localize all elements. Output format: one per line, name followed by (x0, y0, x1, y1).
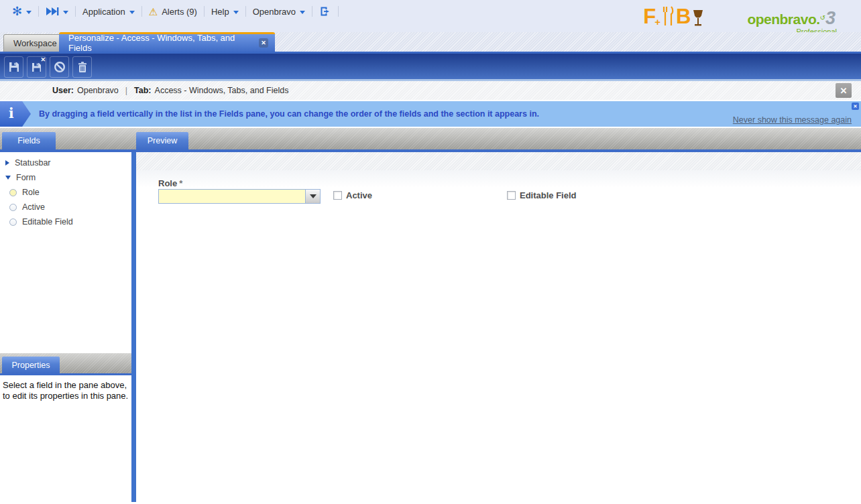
delete-button[interactable] (72, 56, 92, 78)
tree-item-label: Form (16, 173, 36, 182)
field-dot-icon (9, 204, 17, 211)
preview-form: Role* Active Editable Field (136, 170, 861, 502)
tree-item-label: Editable Field (22, 217, 73, 227)
tab-close-icon[interactable]: ✕ (259, 38, 268, 48)
openbravo-version: 3 (825, 8, 836, 28)
tab-fields[interactable]: Fields (2, 132, 56, 149)
delete-icon (76, 60, 89, 74)
save-button[interactable] (4, 56, 23, 78)
editable-field-checkbox-group[interactable]: Editable Field (507, 190, 577, 200)
openbravo-wordmark: openbravo. (747, 11, 819, 27)
tree-item-editable-field[interactable]: Editable Field (0, 214, 131, 229)
user-menu-label: Openbravo (253, 7, 296, 17)
tab-fields-label: Fields (17, 136, 40, 145)
fnb-logo-plus: + (654, 17, 661, 27)
fork-knife-icon (661, 5, 675, 27)
chevron-down-icon (233, 11, 239, 14)
save-and-close-button[interactable]: ✕ (27, 56, 46, 78)
active-checkbox[interactable] (333, 191, 342, 200)
info-banner-close-icon[interactable]: ✕ (852, 103, 859, 110)
preview-header-band (136, 152, 861, 170)
tab-personalize-label: Personalize - Access - Windows, Tabs, an… (68, 33, 259, 53)
tree-item-role[interactable]: Role (0, 185, 131, 200)
tab-properties[interactable]: Properties (2, 357, 60, 373)
tree-item-active[interactable]: Active (0, 200, 131, 214)
required-field-dot-icon (9, 189, 17, 196)
field-tree: Statusbar Form Role Active Editable Fiel… (0, 152, 131, 353)
never-show-again-link[interactable]: Never show this message again (733, 115, 852, 125)
expand-arrow-icon[interactable] (5, 160, 9, 166)
tree-item-statusbar[interactable]: Statusbar (0, 155, 131, 170)
fields-pane: Statusbar Form Role Active Editable Fiel… (0, 152, 131, 502)
fnb-client-logo: F+ B (643, 5, 704, 27)
logout-button[interactable] (312, 5, 338, 17)
quick-launch-menu[interactable] (39, 7, 75, 16)
tab-workspace[interactable]: Workspace (3, 34, 67, 52)
preview-pane: Role* Active Editable Field (136, 152, 861, 502)
workspace-menu[interactable]: ✻ (5, 5, 38, 17)
tab-workspace-label: Workspace (13, 38, 57, 48)
tab-label: Tab: (134, 86, 151, 95)
workspace-star-icon: ✻ (12, 5, 22, 17)
context-separator: | (125, 86, 127, 95)
warning-icon: ⚠ (149, 7, 158, 17)
collapse-arrow-icon[interactable] (5, 176, 11, 180)
tab-properties-label: Properties (12, 361, 50, 370)
chevron-down-icon (129, 11, 135, 14)
properties-tab-strip: Properties (0, 353, 131, 373)
tree-item-label: Statusbar (15, 158, 51, 168)
help-menu[interactable]: Help (205, 7, 245, 17)
info-banner-arrow (0, 101, 31, 127)
tree-item-form[interactable]: Form (0, 170, 131, 185)
chevron-down-icon (300, 11, 305, 14)
window-tab-bar: Workspace Personalize - Access - Windows… (0, 32, 861, 52)
fast-forward-icon (46, 7, 59, 16)
tab-value: Access - Windows, Tabs, and Fields (155, 86, 289, 95)
properties-empty-message: Select a field in the pane above, to edi… (0, 375, 131, 502)
tree-item-label: Active (22, 202, 45, 212)
top-bar: ✻ Application ⚠ Alerts (9) H (0, 0, 861, 32)
alerts-menu-label: Alerts (9) (162, 7, 197, 17)
close-form-button[interactable]: ✕ (836, 83, 852, 98)
openbravo-window: ✻ Application ⚠ Alerts (9) H (0, 0, 861, 504)
pane-tab-strip: Fields Preview (0, 128, 861, 149)
tree-item-label: Role (22, 188, 40, 197)
undo-icon (53, 60, 66, 74)
tab-personalize-active[interactable]: Personalize - Access - Windows, Tabs, an… (59, 32, 275, 52)
tab-preview-label: Preview (148, 136, 177, 145)
goblet-icon (692, 9, 704, 27)
save-icon (7, 60, 21, 74)
tab-preview[interactable]: Preview (136, 132, 188, 149)
info-icon: i (9, 105, 14, 121)
field-dot-icon (9, 218, 17, 226)
editable-field-checkbox[interactable] (507, 191, 516, 200)
required-mark: * (179, 178, 182, 188)
application-menu[interactable]: Application (76, 7, 141, 17)
chevron-down-icon (26, 11, 32, 14)
alerts-menu[interactable]: ⚠ Alerts (9) (142, 7, 204, 17)
help-menu-label: Help (211, 7, 229, 17)
context-bar: User: Openbravo | Tab: Access - Windows,… (0, 81, 861, 100)
main-content: Statusbar Form Role Active Editable Fiel… (0, 152, 861, 502)
user-value: Openbravo (77, 86, 119, 95)
user-menu[interactable]: Openbravo (246, 7, 312, 17)
pane-splitter[interactable] (131, 152, 136, 502)
undo-button[interactable] (50, 56, 69, 78)
info-banner-message: By dragging a field vertically in the li… (39, 101, 693, 127)
active-checkbox-group[interactable]: Active (333, 190, 372, 200)
editable-field-checkbox-label: Editable Field (520, 190, 577, 200)
form-toolbar: ✕ (0, 54, 861, 81)
openbravo-logo: openbravo.↺3 Professional (747, 8, 842, 29)
role-combobox (158, 189, 321, 204)
menu-divider (338, 6, 339, 17)
info-banner: i By dragging a field vertically in the … (0, 101, 861, 127)
role-input[interactable] (159, 190, 305, 203)
close-badge-icon: ✕ (40, 56, 46, 63)
logout-icon (319, 5, 331, 17)
user-label: User: (52, 86, 74, 95)
role-dropdown-button[interactable] (305, 190, 320, 203)
logo-area: F+ B openbravo.↺3 Professional (643, 3, 842, 29)
fnb-logo-letter: B (676, 6, 691, 27)
swirl-icon: ↺ (820, 14, 825, 21)
role-field-label: Role* (158, 178, 182, 188)
